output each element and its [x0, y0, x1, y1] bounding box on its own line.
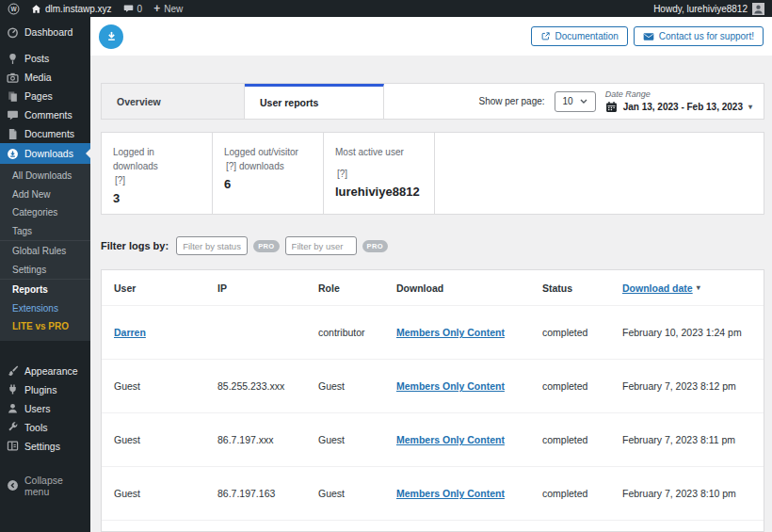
- submenu-all-downloads[interactable]: All Downloads: [0, 167, 90, 185]
- sidebar-item-label: Media: [24, 72, 52, 83]
- pro-badge[interactable]: PRO: [253, 240, 279, 252]
- sidebar-item-plugins[interactable]: Plugins: [0, 380, 90, 399]
- howdy-text: Howdy, lurehiviye8812: [653, 4, 748, 14]
- dashboard-icon: [7, 26, 19, 39]
- table-row: Guest 86.7.197.163 Guest Members Only Co…: [102, 466, 764, 520]
- collapse-label: Collapse menu: [24, 475, 84, 497]
- submenu-tags[interactable]: Tags: [0, 222, 90, 241]
- submenu-add-new[interactable]: Add New: [0, 185, 90, 204]
- documentation-button[interactable]: Documentation: [531, 26, 628, 46]
- sidebar-item-label: Plugins: [24, 384, 56, 395]
- comments-icon: [7, 109, 19, 121]
- appearance-icon: [7, 364, 19, 377]
- tab-overview[interactable]: Overview: [102, 84, 245, 119]
- site-link[interactable]: dlm.instawp.xyz: [31, 4, 112, 14]
- stat-label: Logged in downloads: [113, 145, 201, 173]
- download-link[interactable]: Members Only Content: [396, 380, 542, 392]
- comments-bubble-icon: [123, 4, 134, 14]
- submenu-settings[interactable]: Settings: [0, 261, 90, 280]
- new-label: New: [164, 4, 183, 14]
- download-link[interactable]: Members Only Content: [396, 434, 542, 445]
- submenu-categories[interactable]: Categories: [0, 203, 90, 222]
- downloads-submenu: All Downloads Add New Categories Tags Gl…: [0, 164, 90, 341]
- date-cell: February 7, 2023 8:12 pm: [622, 380, 764, 392]
- sidebar-item-comments[interactable]: Comments: [0, 105, 90, 124]
- table-row: Guest 85.255.233.xxx Guest Members Only …: [102, 359, 764, 412]
- show-per-page-label: Show per page:: [478, 96, 544, 106]
- sidebar-item-downloads[interactable]: Downloads: [0, 143, 90, 164]
- sidebar-item-label: Tools: [24, 422, 48, 433]
- dlm-logo-icon[interactable]: [99, 24, 123, 49]
- status-cell: completed: [542, 434, 622, 445]
- sidebar-item-dashboard[interactable]: Dashboard: [0, 23, 90, 41]
- sidebar-item-users[interactable]: Users: [0, 399, 90, 418]
- plugin-header: Documentation Contact us for support!: [90, 17, 772, 56]
- wp-logo-icon[interactable]: W: [8, 3, 20, 15]
- contact-support-button[interactable]: Contact us for support!: [634, 26, 764, 46]
- help-icon[interactable]: [?]: [113, 173, 201, 187]
- documents-icon: [7, 128, 19, 140]
- tab-user-reports[interactable]: User reports: [245, 84, 384, 119]
- sidebar-item-label: Documents: [24, 128, 74, 139]
- per-page-select[interactable]: 10: [555, 91, 596, 112]
- date-range-value: Jan 13, 2023 - Feb 13, 2023: [623, 102, 743, 112]
- sidebar-item-posts[interactable]: Posts: [0, 49, 90, 68]
- documentation-label: Documentation: [555, 31, 619, 41]
- mail-icon: [643, 31, 654, 42]
- ip-cell: 86.7.197.163: [217, 488, 318, 499]
- col-header-download-date-sort[interactable]: Download date ▾: [622, 282, 764, 294]
- account-menu[interactable]: Howdy, lurehiviye8812: [653, 3, 764, 15]
- collapse-icon: [7, 479, 19, 492]
- sidebar-item-documents[interactable]: Documents: [0, 124, 90, 143]
- filter-label: Filter logs by:: [101, 240, 169, 251]
- comments-shortcut[interactable]: 0: [123, 4, 143, 14]
- stat-most-active-user: Most active user [?] lurehiviye8812: [324, 133, 435, 214]
- admin-sidebar: Dashboard Posts Media Pages Comments Doc…: [0, 17, 90, 532]
- external-link-icon: [540, 31, 551, 41]
- sidebar-item-label: Users: [24, 403, 50, 414]
- sidebar-item-tools[interactable]: Tools: [0, 418, 90, 437]
- filter-bar: Filter logs by: PRO PRO: [101, 236, 764, 255]
- download-link[interactable]: Members Only Content: [396, 327, 542, 338]
- col-header-ip: IP: [217, 282, 318, 294]
- user-link[interactable]: Darren: [114, 327, 217, 338]
- user-cell: Guest: [114, 380, 217, 392]
- help-icon[interactable]: [?] downloads: [224, 159, 312, 173]
- sidebar-item-pages[interactable]: Pages: [0, 87, 90, 105]
- pages-icon: [7, 90, 19, 103]
- sidebar-item-settings[interactable]: Settings: [0, 437, 90, 456]
- submenu-reports[interactable]: Reports: [0, 279, 90, 299]
- sidebar-item-label: Downloads: [24, 148, 73, 159]
- date-range-label: Date Range: [605, 89, 651, 99]
- new-content-button[interactable]: + New: [153, 3, 183, 14]
- download-date-label: Download date: [622, 282, 693, 294]
- pro-badge[interactable]: PRO: [362, 240, 388, 252]
- calendar-icon: [605, 101, 618, 113]
- user-logs-table: User IP Role Download Status Download da…: [101, 269, 764, 532]
- contact-label: Contact us for support!: [659, 31, 754, 41]
- col-header-user: User: [114, 282, 217, 294]
- filter-by-status-input[interactable]: [176, 236, 248, 255]
- help-icon[interactable]: [?]: [335, 167, 423, 181]
- submenu-lite-vs-pro[interactable]: LITE vs PRO: [0, 317, 90, 336]
- comments-count: 0: [137, 4, 143, 14]
- users-icon: [7, 402, 19, 414]
- sidebar-item-label: Dashboard: [24, 26, 72, 38]
- media-icon: [7, 72, 19, 84]
- download-link[interactable]: Members Only Content: [396, 488, 542, 499]
- content-area: Documentation Contact us for support! Ov…: [90, 17, 772, 532]
- sidebar-item-label: Pages: [24, 90, 53, 102]
- filter-by-user-input[interactable]: [285, 236, 357, 255]
- avatar-icon: [752, 3, 764, 15]
- date-range-picker[interactable]: Date Range Jan 13, 2023 - Feb 13, 2023 ▾: [605, 89, 752, 113]
- submenu-global-rules[interactable]: Global Rules: [0, 240, 90, 261]
- sidebar-item-appearance[interactable]: Appearance: [0, 362, 90, 380]
- stat-label: Logged out/visitor: [224, 145, 312, 159]
- settings-icon: [7, 440, 19, 452]
- collapse-menu-button[interactable]: Collapse menu: [0, 476, 90, 495]
- role-cell: Guest: [318, 380, 396, 392]
- sidebar-item-media[interactable]: Media: [0, 68, 90, 87]
- stats-cards: Logged in downloads [?] 3 Logged out/vis…: [101, 132, 764, 215]
- submenu-extensions[interactable]: Extensions: [0, 299, 90, 318]
- stat-logged-out-downloads: Logged out/visitor [?] downloads 6: [213, 133, 324, 214]
